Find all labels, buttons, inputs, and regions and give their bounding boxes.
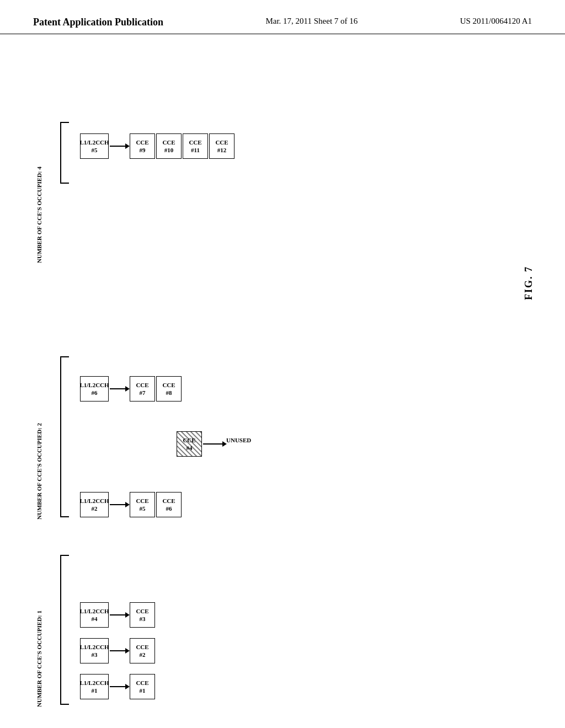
header-right: US 2011/0064120 A1 bbox=[460, 17, 532, 26]
arrow-6 bbox=[110, 143, 130, 149]
cce-8-box: CCE#8 bbox=[156, 376, 182, 402]
brace-occupied-2 bbox=[55, 354, 72, 520]
unused-label: UNUSED bbox=[226, 437, 251, 443]
num-cce-occupied-1-label: NUMBER OF CCE'S OCCUPIED: 1 bbox=[36, 553, 42, 707]
l1l2cch-1-box: L1/L2CCH#1 bbox=[80, 674, 109, 699]
cce-11-box: CCE#11 bbox=[183, 133, 208, 159]
cce-5-box: CCE#5 bbox=[130, 492, 155, 517]
num-cce-occupied-4-label: NUMBER OF CCE'S OCCUPIED: 4 bbox=[36, 120, 42, 263]
arrow-2 bbox=[110, 648, 130, 654]
unused-arrow bbox=[203, 441, 227, 447]
cce-3-box: CCE#3 bbox=[130, 602, 155, 628]
arrow-5 bbox=[110, 386, 130, 392]
cce-10-box: CCE#10 bbox=[156, 133, 182, 159]
cce-6-box: CCE#6 bbox=[156, 492, 182, 517]
cce-12-box: CCE#12 bbox=[209, 133, 234, 159]
num-cce-occupied-2-label: NUMBER OF CCE'S OCCUPIED: 2 bbox=[36, 354, 42, 520]
diagram-area: FIG. 7 NUMBER OF CCE'S OCCUPIED: 1 L1/L2… bbox=[0, 34, 565, 718]
header-center: Mar. 17, 2011 Sheet 7 of 16 bbox=[265, 17, 358, 26]
l1l2cch-6-box: L1/L2CCH#6 bbox=[80, 376, 109, 402]
arrow-3 bbox=[110, 612, 130, 618]
arrow-1 bbox=[110, 684, 130, 689]
l1l2cch-3-box: L1/L2CCH#3 bbox=[80, 638, 109, 663]
cce-2-box: CCE#2 bbox=[130, 638, 155, 663]
cce-1-box: CCE#1 bbox=[130, 674, 155, 699]
header-left: Patent Application Publication bbox=[33, 17, 163, 28]
page-header: Patent Application Publication Mar. 17, … bbox=[0, 0, 565, 34]
l1l2cch-2-box: L1/L2CCH#2 bbox=[80, 492, 109, 517]
brace-occupied-4 bbox=[55, 120, 72, 186]
brace-occupied-1 bbox=[55, 553, 72, 707]
cce-7-box: CCE#7 bbox=[130, 376, 155, 402]
l1l2cch-4-box: L1/L2CCH#4 bbox=[80, 602, 109, 628]
cce-9-box: CCE#9 bbox=[130, 133, 155, 159]
cce-4-hatched-box: CCE#4 bbox=[177, 431, 202, 457]
arrow-4 bbox=[110, 502, 130, 507]
l1l2cch-5-box: L1/L2CCH#5 bbox=[80, 133, 109, 159]
fig-label: FIG. 7 bbox=[523, 266, 535, 300]
